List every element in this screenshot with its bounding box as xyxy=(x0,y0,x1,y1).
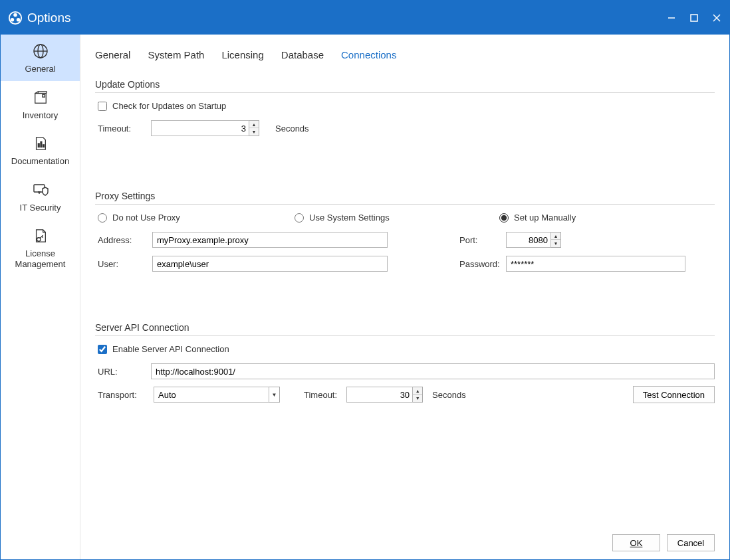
divider xyxy=(95,335,715,336)
api-heading: Server API Connection xyxy=(95,322,715,333)
proxy-user-input[interactable] xyxy=(152,256,388,272)
svg-rect-14 xyxy=(38,143,39,147)
window-title: Options xyxy=(27,11,70,25)
close-button[interactable] xyxy=(705,1,728,35)
spinner-up-icon[interactable]: ▲ xyxy=(551,233,560,240)
minimize-button[interactable] xyxy=(660,1,683,35)
check-updates-label: Check for Updates on Startup xyxy=(112,101,226,111)
spinner-down-icon[interactable]: ▼ xyxy=(551,240,560,247)
check-updates-checkbox[interactable] xyxy=(98,102,107,111)
proxy-password-input[interactable] xyxy=(506,256,685,272)
svg-point-1 xyxy=(13,13,17,17)
sidebar-item-general[interactable]: General xyxy=(1,35,80,81)
tab-connections[interactable]: Connections xyxy=(341,49,396,60)
sidebar-item-label: IT Security xyxy=(20,203,61,213)
spinner-down-icon[interactable]: ▼ xyxy=(413,395,422,402)
proxy-port-label: Port: xyxy=(449,235,502,245)
sidebar-item-label: Inventory xyxy=(23,110,58,121)
spinner-up-icon[interactable]: ▲ xyxy=(249,121,259,128)
divider xyxy=(95,92,715,93)
app-logo-icon xyxy=(7,10,23,26)
tab-database[interactable]: Database xyxy=(281,49,324,60)
proxy-password-label: Password: xyxy=(449,259,502,269)
proxy-address-label: Address: xyxy=(98,235,148,245)
api-timeout-label: Timeout: xyxy=(304,390,337,400)
maximize-button[interactable] xyxy=(683,1,705,35)
svg-line-22 xyxy=(41,236,43,238)
svg-rect-15 xyxy=(41,141,42,147)
box-icon xyxy=(32,89,49,106)
proxy-radio-manual-label: Set up Manually xyxy=(514,213,576,223)
proxy-radio-none[interactable] xyxy=(98,213,107,223)
sidebar-item-inventory[interactable]: Inventory xyxy=(1,81,80,128)
tab-general[interactable]: General xyxy=(95,49,130,60)
spinner-down-icon[interactable]: ▼ xyxy=(249,128,259,136)
sidebar: General Inventory Documentation IT Secur… xyxy=(1,35,80,559)
sidebar-item-label: General xyxy=(25,64,55,74)
shield-icon xyxy=(32,181,49,199)
proxy-radio-none-label: Do not Use Proxy xyxy=(112,213,180,223)
ok-button[interactable]: OK xyxy=(612,534,660,551)
api-timeout-unit: Seconds xyxy=(432,390,466,400)
transport-select[interactable] xyxy=(154,387,269,403)
proxy-user-label: User: xyxy=(98,259,148,269)
divider xyxy=(95,204,715,205)
proxy-address-input[interactable] xyxy=(152,232,388,248)
api-url-label: URL: xyxy=(98,367,144,377)
tab-licensing[interactable]: Licensing xyxy=(221,49,263,60)
svg-point-3 xyxy=(17,18,21,22)
sidebar-item-documentation[interactable]: Documentation xyxy=(1,127,80,173)
license-icon xyxy=(32,227,49,244)
api-timeout-input[interactable] xyxy=(346,387,413,403)
sidebar-item-label: Documentation xyxy=(11,156,69,167)
test-connection-button[interactable]: Test Connection xyxy=(633,386,715,403)
timeout-unit: Seconds xyxy=(275,124,309,134)
tab-system-path[interactable]: System Path xyxy=(148,49,204,60)
proxy-radio-system[interactable] xyxy=(295,213,304,223)
tabs: General System Path Licensing Database C… xyxy=(80,35,729,70)
proxy-radio-manual[interactable] xyxy=(499,213,509,223)
chart-doc-icon xyxy=(32,135,49,152)
timeout-label: Timeout: xyxy=(98,124,144,134)
titlebar: Options xyxy=(1,1,729,35)
globe-icon xyxy=(32,43,49,60)
svg-point-2 xyxy=(11,18,15,22)
enable-api-checkbox[interactable] xyxy=(98,345,107,354)
sidebar-item-label: License Management xyxy=(15,248,66,269)
enable-api-label: Enable Server API Connection xyxy=(112,344,229,354)
svg-rect-13 xyxy=(42,94,45,97)
main-panel: General System Path Licensing Database C… xyxy=(80,35,729,559)
api-url-input[interactable] xyxy=(151,363,715,379)
proxy-port-input[interactable] xyxy=(506,232,551,248)
spinner-up-icon[interactable]: ▲ xyxy=(413,387,422,395)
sidebar-item-it-security[interactable]: IT Security xyxy=(1,173,80,220)
svg-rect-5 xyxy=(691,15,697,21)
dialog-footer: OK Cancel xyxy=(612,534,715,551)
chevron-down-icon[interactable]: ▼ xyxy=(269,387,280,403)
cancel-button[interactable]: Cancel xyxy=(667,534,715,551)
svg-rect-16 xyxy=(43,145,44,147)
proxy-radio-system-label: Use System Settings xyxy=(309,213,390,223)
timeout-input[interactable] xyxy=(151,120,249,136)
sidebar-item-license-management[interactable]: License Management xyxy=(1,219,80,276)
transport-label: Transport: xyxy=(98,390,144,400)
proxy-heading: Proxy Settings xyxy=(95,191,715,201)
update-options-heading: Update Options xyxy=(95,79,715,90)
